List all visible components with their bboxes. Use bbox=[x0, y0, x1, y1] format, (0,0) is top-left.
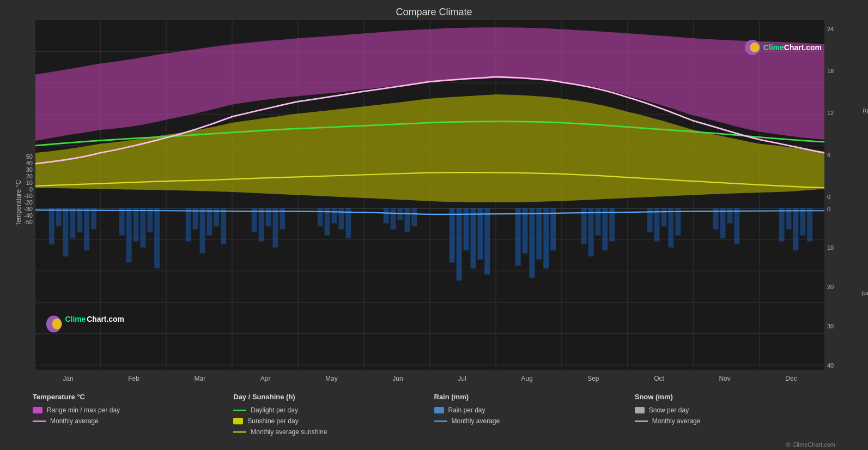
svg-rect-81 bbox=[720, 208, 726, 238]
brand-icon-top-right bbox=[745, 40, 760, 55]
svg-rect-68 bbox=[543, 208, 549, 269]
svg-point-1 bbox=[750, 43, 760, 52]
legend-line-sunshine-avg bbox=[233, 431, 246, 433]
svg-rect-36 bbox=[154, 208, 160, 269]
legend-swatch-rain bbox=[434, 407, 444, 413]
y-axis-right-sunshine: 24 18 12 6 0 bbox=[824, 20, 863, 203]
svg-rect-26 bbox=[63, 208, 69, 256]
x-axis-oct: Oct bbox=[654, 375, 664, 382]
svg-text:Clime: Clime bbox=[65, 314, 86, 323]
svg-rect-46 bbox=[272, 208, 278, 248]
svg-rect-30 bbox=[91, 208, 96, 230]
svg-rect-78 bbox=[668, 208, 673, 248]
svg-rect-69 bbox=[550, 208, 556, 250]
svg-rect-54 bbox=[391, 208, 396, 230]
x-axis-jan: Jan bbox=[63, 375, 73, 382]
svg-point-90 bbox=[52, 319, 62, 329]
y-axis-right-rain: 0 10 20 30 40 bbox=[824, 203, 863, 386]
svg-rect-63 bbox=[484, 208, 490, 275]
legend-item-daylight: Daylight per day bbox=[233, 406, 434, 414]
svg-rect-40 bbox=[207, 208, 212, 236]
svg-rect-65 bbox=[523, 208, 528, 254]
svg-rect-83 bbox=[734, 208, 739, 244]
svg-rect-53 bbox=[384, 208, 389, 224]
svg-rect-73 bbox=[602, 208, 608, 250]
brand-name-white: Chart.com bbox=[784, 43, 822, 52]
legend-group-temperature: Temperature °C Range min / max per day M… bbox=[33, 393, 233, 436]
svg-rect-49 bbox=[325, 208, 330, 236]
legend-line-daylight bbox=[233, 410, 246, 411]
svg-rect-56 bbox=[404, 208, 410, 232]
svg-rect-74 bbox=[609, 208, 615, 242]
legend-item-sunshine-swatch: Sunshine per day bbox=[233, 417, 434, 425]
legend-swatch-sunshine bbox=[233, 418, 243, 424]
svg-rect-32 bbox=[126, 208, 132, 262]
svg-rect-42 bbox=[221, 208, 226, 244]
svg-rect-87 bbox=[800, 208, 805, 236]
svg-rect-61 bbox=[470, 208, 476, 269]
legend-item-sunshine-avg: Monthly average sunshine bbox=[233, 428, 434, 436]
legend-item-snow-avg: Monthly average bbox=[635, 417, 835, 425]
x-axis-aug: Aug bbox=[521, 375, 532, 382]
svg-rect-28 bbox=[77, 208, 82, 232]
svg-rect-55 bbox=[397, 208, 403, 220]
x-axis-dec: Dec bbox=[785, 375, 797, 382]
legend-group-sunshine: Day / Sunshine (h) Daylight per day Suns… bbox=[233, 393, 434, 436]
legend-title-sunshine: Day / Sunshine (h) bbox=[233, 393, 434, 401]
svg-rect-39 bbox=[200, 208, 205, 254]
svg-rect-71 bbox=[588, 208, 594, 256]
chart-svg: Clime Chart.com bbox=[35, 20, 824, 370]
svg-rect-52 bbox=[345, 208, 351, 238]
svg-rect-27 bbox=[70, 208, 75, 238]
x-axis-sep: Sep bbox=[587, 375, 599, 382]
svg-rect-76 bbox=[654, 208, 660, 242]
svg-rect-58 bbox=[450, 208, 455, 262]
brand-logo-top-right: ClimeChart.com bbox=[745, 40, 822, 55]
svg-rect-35 bbox=[147, 208, 153, 232]
x-axis-mar: Mar bbox=[195, 375, 206, 382]
svg-rect-67 bbox=[536, 208, 542, 260]
svg-rect-57 bbox=[411, 208, 417, 226]
legend-item-rain-swatch: Rain per day bbox=[434, 406, 635, 414]
svg-rect-25 bbox=[56, 208, 62, 226]
svg-rect-64 bbox=[515, 208, 521, 266]
brand-name-lime: Clime bbox=[763, 43, 784, 52]
legend-swatch-snow bbox=[635, 407, 645, 413]
legend-group-snow: Snow (mm) Snow per day Monthly average bbox=[635, 393, 835, 436]
chart-canvas: Clime Chart.com bbox=[35, 20, 824, 370]
svg-rect-79 bbox=[675, 208, 681, 236]
x-axis-nov: Nov bbox=[719, 375, 730, 382]
x-axis-jul: Jul bbox=[458, 375, 466, 382]
svg-rect-77 bbox=[661, 208, 666, 226]
x-axis-may: May bbox=[325, 375, 338, 382]
legend-item-temp-range: Range min / max per day bbox=[33, 406, 233, 414]
x-axis-apr: Apr bbox=[260, 375, 271, 382]
y-axis-right-rain-label: Rain / Snow (mm) bbox=[861, 291, 868, 297]
y-axis-left: 50 40 30 20 10 0 -10 -20 -30 -40 -50 bbox=[5, 148, 35, 258]
svg-rect-84 bbox=[779, 208, 785, 242]
svg-text:Chart.com: Chart.com bbox=[87, 314, 124, 323]
svg-rect-33 bbox=[133, 208, 139, 242]
svg-rect-70 bbox=[581, 208, 587, 244]
legend-item-temp-avg: Monthly average bbox=[33, 417, 233, 425]
copyright: © ClimeChart.com bbox=[0, 440, 868, 450]
svg-rect-24 bbox=[49, 208, 54, 244]
legend-title-temperature: Temperature °C bbox=[33, 393, 233, 401]
svg-rect-29 bbox=[84, 208, 89, 250]
legend-title-rain: Rain (mm) bbox=[434, 393, 635, 401]
legend-swatch-temp-range bbox=[33, 407, 43, 413]
svg-rect-88 bbox=[807, 208, 812, 242]
legend-line-temp-avg bbox=[33, 421, 46, 422]
svg-rect-85 bbox=[786, 208, 792, 230]
svg-rect-44 bbox=[259, 208, 264, 242]
legend-section: Temperature °C Range min / max per day M… bbox=[0, 385, 868, 440]
svg-rect-86 bbox=[793, 208, 798, 250]
svg-rect-62 bbox=[477, 208, 483, 260]
page-wrapper: Compare Climate Temperature °C 50 40 30 … bbox=[0, 0, 868, 450]
chart-area: Phoenix Phoenix ClimeChart.com bbox=[35, 20, 824, 385]
chart-section: Temperature °C 50 40 30 20 10 0 -10 -20 … bbox=[0, 20, 868, 385]
x-axis-jun: Jun bbox=[392, 375, 403, 382]
legend-line-rain-avg bbox=[434, 421, 447, 422]
svg-rect-59 bbox=[457, 208, 462, 281]
legend-item-rain-avg: Monthly average bbox=[434, 417, 635, 425]
